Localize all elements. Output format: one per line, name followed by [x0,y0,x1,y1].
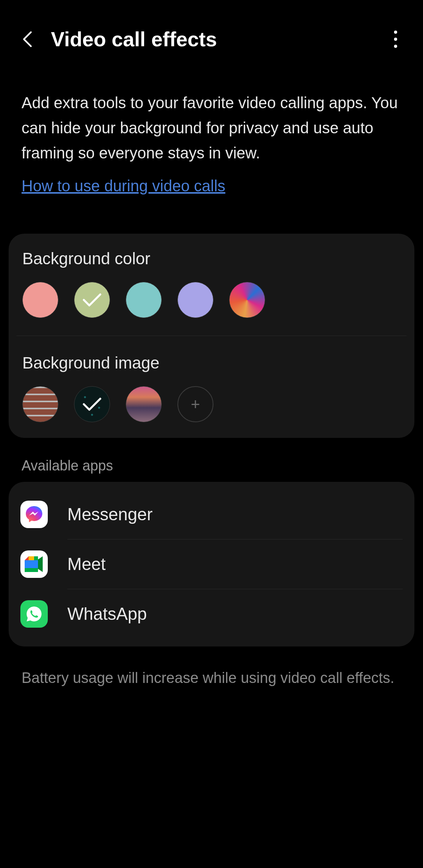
more-options-button[interactable] [388,27,403,51]
footer-note: Battery usage will increase while using … [0,646,423,710]
background-image-title: Background image [20,354,403,372]
description-text: Add extra tools to your favorite video c… [22,94,398,162]
image-swatch-row: + [20,386,403,422]
messenger-icon [20,501,48,528]
background-color-title: Background color [20,249,403,268]
color-swatch-green[interactable] [74,282,110,318]
image-swatch-sunset[interactable] [126,386,162,422]
description-block: Add extra tools to your favorite video c… [0,67,423,210]
image-swatch-network[interactable] [74,386,110,422]
app-label: Messenger [67,505,153,524]
section-divider [16,336,407,336]
svg-rect-3 [25,568,34,572]
background-settings-card: Background color Background image + [9,234,414,438]
plus-icon: + [191,396,200,413]
app-row-whatsapp[interactable]: WhatsApp [20,589,403,639]
back-button[interactable] [20,31,35,47]
svg-rect-1 [25,560,29,568]
whatsapp-icon [20,600,48,628]
available-apps-card: Messenger Meet WhatsApp [9,482,414,646]
chevron-left-icon [22,30,33,49]
color-swatch-purple[interactable] [177,282,213,318]
check-icon [81,292,103,308]
add-image-button[interactable]: + [177,386,213,422]
available-apps-header: Available apps [0,438,423,482]
color-swatch-pink[interactable] [22,282,58,318]
check-icon [81,396,103,412]
color-swatch-rainbow[interactable] [229,282,265,318]
page-title: Video call effects [51,27,388,51]
how-to-use-link[interactable]: How to use during video calls [22,173,225,198]
image-swatch-brick[interactable] [22,386,58,422]
header: Video call effects [0,0,423,67]
app-label: Meet [67,554,106,574]
app-row-meet[interactable]: Meet [20,539,403,589]
more-dots-icon [394,31,397,34]
color-swatch-row [20,282,403,318]
meet-icon [20,550,48,578]
svg-rect-0 [29,556,34,560]
app-row-messenger[interactable]: Messenger [20,490,403,539]
color-swatch-teal[interactable] [126,282,162,318]
app-label: WhatsApp [67,604,147,624]
